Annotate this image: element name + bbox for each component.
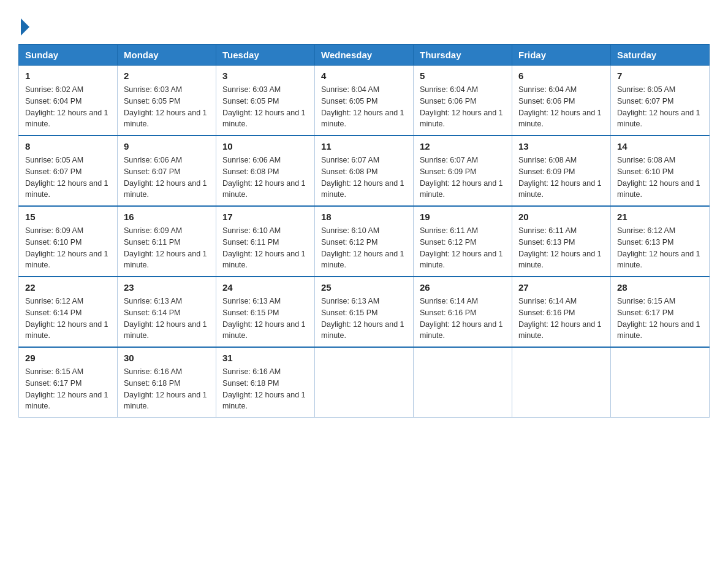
day-number: 2 (124, 71, 210, 81)
calendar-day-cell: 18 Sunrise: 6:10 AM Sunset: 6:12 PM Dayl… (315, 206, 414, 277)
day-number: 10 (222, 141, 308, 151)
calendar-day-cell: 1 Sunrise: 6:02 AM Sunset: 6:04 PM Dayli… (19, 66, 118, 136)
day-number: 22 (25, 282, 111, 293)
calendar-week-row: 15 Sunrise: 6:09 AM Sunset: 6:10 PM Dayl… (19, 206, 710, 277)
day-number: 17 (222, 212, 308, 222)
calendar-week-row: 22 Sunrise: 6:12 AM Sunset: 6:14 PM Dayl… (19, 277, 710, 347)
day-number: 24 (222, 282, 308, 293)
day-number: 30 (124, 353, 210, 363)
day-number: 4 (321, 71, 407, 81)
day-info: Sunrise: 6:04 AM Sunset: 6:06 PM Dayligh… (518, 84, 604, 130)
day-number: 15 (25, 212, 111, 222)
day-number: 16 (124, 212, 210, 222)
day-number: 21 (617, 212, 703, 222)
day-info: Sunrise: 6:13 AM Sunset: 6:15 PM Dayligh… (222, 296, 308, 342)
calendar-header-saturday: Saturday (611, 45, 710, 66)
day-number: 14 (617, 141, 703, 151)
day-number: 6 (518, 71, 604, 81)
calendar-header-sunday: Sunday (19, 45, 118, 66)
calendar-table: SundayMondayTuesdayWednesdayThursdayFrid… (18, 44, 710, 418)
day-info: Sunrise: 6:09 AM Sunset: 6:11 PM Dayligh… (124, 225, 210, 271)
day-info: Sunrise: 6:10 AM Sunset: 6:11 PM Dayligh… (222, 225, 308, 271)
day-info: Sunrise: 6:14 AM Sunset: 6:16 PM Dayligh… (518, 296, 604, 342)
calendar-day-cell: 27 Sunrise: 6:14 AM Sunset: 6:16 PM Dayl… (512, 277, 611, 347)
calendar-day-cell: 12 Sunrise: 6:07 AM Sunset: 6:09 PM Dayl… (414, 136, 512, 206)
day-info: Sunrise: 6:12 AM Sunset: 6:13 PM Dayligh… (617, 225, 703, 271)
day-info: Sunrise: 6:14 AM Sunset: 6:16 PM Dayligh… (420, 296, 506, 342)
day-info: Sunrise: 6:15 AM Sunset: 6:17 PM Dayligh… (25, 366, 111, 412)
day-number: 12 (420, 141, 506, 151)
calendar-day-cell: 20 Sunrise: 6:11 AM Sunset: 6:13 PM Dayl… (512, 206, 611, 277)
logo-text (18, 17, 29, 36)
calendar-day-cell: 16 Sunrise: 6:09 AM Sunset: 6:11 PM Dayl… (118, 206, 216, 277)
calendar-header-row: SundayMondayTuesdayWednesdayThursdayFrid… (19, 45, 710, 66)
calendar-day-cell: 29 Sunrise: 6:15 AM Sunset: 6:17 PM Dayl… (19, 347, 118, 418)
day-info: Sunrise: 6:15 AM Sunset: 6:17 PM Dayligh… (617, 296, 703, 342)
day-info: Sunrise: 6:05 AM Sunset: 6:07 PM Dayligh… (25, 155, 111, 201)
calendar-day-cell: 19 Sunrise: 6:11 AM Sunset: 6:12 PM Dayl… (414, 206, 512, 277)
day-number: 26 (420, 282, 506, 293)
calendar-day-cell: 7 Sunrise: 6:05 AM Sunset: 6:07 PM Dayli… (611, 66, 710, 136)
day-info: Sunrise: 6:16 AM Sunset: 6:18 PM Dayligh… (222, 366, 308, 412)
calendar-header-monday: Monday (118, 45, 216, 66)
calendar-day-cell (512, 347, 611, 418)
calendar-day-cell: 2 Sunrise: 6:03 AM Sunset: 6:05 PM Dayli… (118, 66, 216, 136)
day-info: Sunrise: 6:06 AM Sunset: 6:08 PM Dayligh… (222, 155, 308, 201)
calendar-day-cell: 25 Sunrise: 6:13 AM Sunset: 6:15 PM Dayl… (315, 277, 414, 347)
day-number: 31 (222, 353, 308, 363)
calendar-day-cell: 21 Sunrise: 6:12 AM Sunset: 6:13 PM Dayl… (611, 206, 710, 277)
day-number: 29 (25, 353, 111, 363)
calendar-week-row: 1 Sunrise: 6:02 AM Sunset: 6:04 PM Dayli… (19, 66, 710, 136)
logo (18, 17, 29, 33)
logo-arrow-icon (21, 18, 29, 36)
calendar-day-cell: 30 Sunrise: 6:16 AM Sunset: 6:18 PM Dayl… (118, 347, 216, 418)
day-number: 28 (617, 282, 703, 293)
header (18, 12, 710, 33)
day-info: Sunrise: 6:06 AM Sunset: 6:07 PM Dayligh… (124, 155, 210, 201)
day-info: Sunrise: 6:13 AM Sunset: 6:14 PM Dayligh… (124, 296, 210, 342)
day-number: 19 (420, 212, 506, 222)
calendar-day-cell: 26 Sunrise: 6:14 AM Sunset: 6:16 PM Dayl… (414, 277, 512, 347)
day-info: Sunrise: 6:07 AM Sunset: 6:08 PM Dayligh… (321, 155, 407, 201)
calendar-header-friday: Friday (512, 45, 611, 66)
calendar-week-row: 29 Sunrise: 6:15 AM Sunset: 6:17 PM Dayl… (19, 347, 710, 418)
calendar-week-row: 8 Sunrise: 6:05 AM Sunset: 6:07 PM Dayli… (19, 136, 710, 206)
calendar-day-cell: 3 Sunrise: 6:03 AM Sunset: 6:05 PM Dayli… (216, 66, 315, 136)
calendar-day-cell (414, 347, 512, 418)
calendar-day-cell: 22 Sunrise: 6:12 AM Sunset: 6:14 PM Dayl… (19, 277, 118, 347)
calendar-day-cell: 5 Sunrise: 6:04 AM Sunset: 6:06 PM Dayli… (414, 66, 512, 136)
day-info: Sunrise: 6:05 AM Sunset: 6:07 PM Dayligh… (617, 84, 703, 130)
day-number: 13 (518, 141, 604, 151)
day-number: 27 (518, 282, 604, 293)
calendar-day-cell: 23 Sunrise: 6:13 AM Sunset: 6:14 PM Dayl… (118, 277, 216, 347)
calendar-day-cell: 13 Sunrise: 6:08 AM Sunset: 6:09 PM Dayl… (512, 136, 611, 206)
day-number: 3 (222, 71, 308, 81)
day-info: Sunrise: 6:12 AM Sunset: 6:14 PM Dayligh… (25, 296, 111, 342)
calendar-day-cell: 9 Sunrise: 6:06 AM Sunset: 6:07 PM Dayli… (118, 136, 216, 206)
calendar-day-cell: 17 Sunrise: 6:10 AM Sunset: 6:11 PM Dayl… (216, 206, 315, 277)
day-info: Sunrise: 6:03 AM Sunset: 6:05 PM Dayligh… (222, 84, 308, 130)
day-info: Sunrise: 6:07 AM Sunset: 6:09 PM Dayligh… (420, 155, 506, 201)
day-number: 5 (420, 71, 506, 81)
day-number: 20 (518, 212, 604, 222)
day-info: Sunrise: 6:16 AM Sunset: 6:18 PM Dayligh… (124, 366, 210, 412)
day-info: Sunrise: 6:11 AM Sunset: 6:13 PM Dayligh… (518, 225, 604, 271)
calendar-day-cell: 4 Sunrise: 6:04 AM Sunset: 6:05 PM Dayli… (315, 66, 414, 136)
calendar-day-cell: 10 Sunrise: 6:06 AM Sunset: 6:08 PM Dayl… (216, 136, 315, 206)
day-number: 11 (321, 141, 407, 151)
day-number: 9 (124, 141, 210, 151)
calendar-day-cell (611, 347, 710, 418)
day-info: Sunrise: 6:04 AM Sunset: 6:06 PM Dayligh… (420, 84, 506, 130)
calendar-header-wednesday: Wednesday (315, 45, 414, 66)
calendar-day-cell: 24 Sunrise: 6:13 AM Sunset: 6:15 PM Dayl… (216, 277, 315, 347)
day-info: Sunrise: 6:08 AM Sunset: 6:10 PM Dayligh… (617, 155, 703, 201)
day-info: Sunrise: 6:11 AM Sunset: 6:12 PM Dayligh… (420, 225, 506, 271)
day-info: Sunrise: 6:02 AM Sunset: 6:04 PM Dayligh… (25, 84, 111, 130)
day-info: Sunrise: 6:10 AM Sunset: 6:12 PM Dayligh… (321, 225, 407, 271)
day-number: 8 (25, 141, 111, 151)
day-number: 7 (617, 71, 703, 81)
day-info: Sunrise: 6:13 AM Sunset: 6:15 PM Dayligh… (321, 296, 407, 342)
day-number: 25 (321, 282, 407, 293)
day-number: 23 (124, 282, 210, 293)
day-info: Sunrise: 6:03 AM Sunset: 6:05 PM Dayligh… (124, 84, 210, 130)
